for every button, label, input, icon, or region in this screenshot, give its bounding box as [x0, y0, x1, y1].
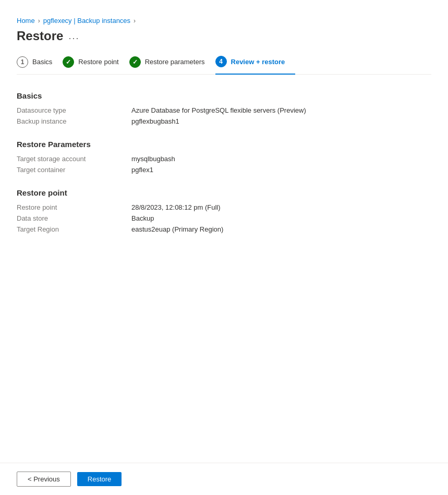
checkmark-icon-1: ✓	[66, 58, 71, 66]
step-restore-parameters[interactable]: ✓ Restore parameters	[129, 56, 215, 74]
breadcrumb-separator-1: ›	[38, 17, 40, 25]
restore-point-section: Restore point Restore point 28/8/2023, 1…	[17, 188, 431, 233]
previous-button[interactable]: < Previous	[17, 472, 71, 487]
target-storage-account-row: Target storage account mysqlbugbash	[17, 155, 431, 163]
target-container-label: Target container	[17, 166, 131, 174]
page-title: Restore	[17, 29, 63, 43]
backup-instance-row: Backup instance pgflexbugbash1	[17, 117, 431, 125]
restore-button[interactable]: Restore	[77, 472, 122, 486]
data-store-value: Backup	[131, 214, 154, 222]
basics-section: Basics Datasource type Azure Database fo…	[17, 91, 431, 125]
restore-point-row: Restore point 28/8/2023, 12:08:12 pm (Fu…	[17, 203, 431, 211]
step-review-restore-circle: 4	[215, 56, 227, 67]
main-content: Home › pgflexecy | Backup instances › Re…	[0, 0, 448, 463]
target-storage-account-value: mysqlbugbash	[131, 155, 175, 163]
breadcrumb-separator-2: ›	[134, 17, 136, 25]
target-region-value: eastus2euap (Primary Region)	[131, 225, 223, 233]
restore-point-label: Restore point	[17, 203, 131, 211]
data-store-label: Data store	[17, 214, 131, 222]
step-basics[interactable]: 1 Basics	[17, 56, 63, 74]
restore-point-value: 28/8/2023, 12:08:12 pm (Full)	[131, 203, 221, 211]
breadcrumb-middle[interactable]: pgflexecy | Backup instances	[43, 17, 130, 25]
step-restore-point[interactable]: ✓ Restore point	[63, 56, 129, 74]
breadcrumb-home[interactable]: Home	[17, 17, 35, 25]
breadcrumb: Home › pgflexecy | Backup instances ›	[17, 8, 431, 25]
restore-point-header: Restore point	[17, 188, 431, 197]
datasource-type-row: Datasource type Azure Database for Postg…	[17, 106, 431, 114]
restore-parameters-header: Restore Parameters	[17, 140, 431, 149]
step-restore-parameters-circle: ✓	[129, 56, 141, 68]
step-restore-parameters-label: Restore parameters	[145, 58, 205, 66]
datasource-type-label: Datasource type	[17, 106, 131, 114]
datasource-type-value: Azure Database for PostgreSQL flexible s…	[131, 106, 306, 114]
step-basics-circle: 1	[17, 56, 28, 68]
page-title-menu[interactable]: ...	[68, 31, 79, 42]
footer: < Previous Restore	[0, 463, 448, 495]
wizard-steps: 1 Basics ✓ Restore point ✓ Restore param…	[17, 56, 431, 75]
step-review-restore-label: Review + restore	[231, 58, 285, 66]
backup-instance-label: Backup instance	[17, 117, 131, 125]
restore-parameters-section: Restore Parameters Target storage accoun…	[17, 140, 431, 174]
step-restore-point-circle: ✓	[63, 56, 74, 68]
target-region-row: Target Region eastus2euap (Primary Regio…	[17, 225, 431, 233]
step-restore-point-label: Restore point	[78, 58, 118, 66]
step-review-restore[interactable]: 4 Review + restore	[215, 56, 296, 75]
backup-instance-value: pgflexbugbash1	[131, 117, 179, 125]
data-store-row: Data store Backup	[17, 214, 431, 222]
target-container-row: Target container pgflex1	[17, 166, 431, 174]
target-container-value: pgflex1	[131, 166, 153, 174]
page-title-row: Restore ...	[17, 29, 431, 43]
page-container: Home › pgflexecy | Backup instances › Re…	[0, 0, 448, 495]
checkmark-icon-2: ✓	[132, 58, 138, 66]
target-storage-account-label: Target storage account	[17, 155, 131, 163]
target-region-label: Target Region	[17, 225, 131, 233]
basics-section-header: Basics	[17, 91, 431, 100]
step-basics-label: Basics	[32, 58, 52, 66]
